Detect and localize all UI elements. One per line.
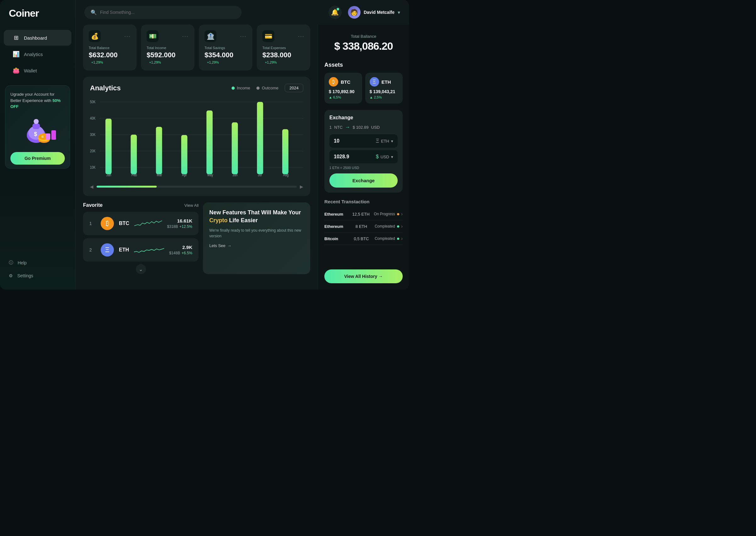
asset-btc-icon: ₿ (329, 77, 338, 86)
exchange-button[interactable]: Exchange (330, 173, 398, 187)
view-all-history-button[interactable]: View All History → (324, 269, 403, 283)
scrollbar-thumb (97, 186, 157, 187)
tx-status-3-label: Compleated (375, 236, 395, 241)
search-bar[interactable]: 🔍 (84, 6, 242, 19)
scroll-right-arrow[interactable]: ▶ (300, 184, 303, 189)
sidebar-item-label: Analytics (24, 51, 43, 57)
svg-text:Jun: Jun (233, 173, 237, 177)
favorites-title: Favorite (83, 202, 103, 208)
stat-card-savings: 🏦 ··· Total Savings $354.000 +1,29% (199, 24, 252, 71)
features-title: New Features That Will Make Your Crypto … (209, 209, 304, 224)
income-legend-label: Income (237, 85, 250, 90)
asset-card-btc: ₿ BTC $ 170,892.90 ▲ 6,5% (324, 73, 362, 104)
svg-rect-10 (51, 130, 56, 140)
chevron-down-icon-2: ▾ (391, 154, 393, 159)
scroll-left-arrow[interactable]: ◀ (90, 184, 93, 189)
recent-tx-section: Recent Transtaction Ethereum 12,5 ETH On… (324, 199, 403, 245)
promo-text: Ugrade your Account for Better Experienc… (10, 91, 65, 110)
savings-menu[interactable]: ··· (240, 33, 247, 40)
svg-text:50K: 50K (90, 100, 96, 104)
fav-rank-2: 2 (89, 248, 96, 252)
svg-rect-22 (106, 119, 112, 174)
asset-card-eth: Ξ ETH $ 139,043,21 ▲ 2,5% (365, 73, 403, 104)
income-icon: 💵 (146, 30, 159, 42)
income-label: Total Income (146, 46, 189, 50)
btc-change: +12.5% (179, 224, 192, 229)
svg-point-3 (34, 119, 39, 124)
expenses-icon: 💳 (262, 30, 274, 42)
exchange-input-row-2: 1028.9 $ USD ▾ (330, 150, 398, 163)
svg-text:B: B (42, 135, 44, 138)
expenses-value: $238.000 (262, 51, 291, 59)
favorites-and-features: Favorite View All 1 ₿ BTC (83, 202, 310, 274)
sidebar-nav: ⊞ Dashboard 📊 Analytics 👛 Wallet (0, 29, 75, 79)
eth-amount: 2.9K (169, 245, 193, 250)
app-logo: Coiner (0, 8, 75, 29)
tx-item-1: Ethereum 12,5 ETH On Progress › (324, 208, 403, 220)
load-more-button[interactable]: ⌄ (136, 264, 146, 274)
load-more: ⌄ (83, 264, 199, 274)
sidebar-item-settings[interactable]: ⚙ Settings (4, 269, 72, 282)
analytics-card: Analytics Income Outcome 2024 (83, 77, 310, 196)
svg-text:$: $ (34, 131, 37, 137)
tx-status-1-label: On Progress (374, 212, 395, 216)
btc-values: 16.61K $318B +12.5% (167, 218, 192, 229)
sidebar-item-label: Dashboard (24, 35, 47, 41)
sidebar: Coiner ⊞ Dashboard 📊 Analytics 👛 Wallet … (0, 0, 76, 289)
income-menu[interactable]: ··· (182, 33, 189, 40)
tx-coin-1: Ethereum (324, 212, 348, 217)
asset-eth-value: $ 139,043,21 (370, 89, 398, 94)
features-highlight: Crypto (209, 217, 228, 223)
svg-text:Feb: Feb (132, 173, 137, 177)
balance-icon: 💰 (89, 30, 101, 42)
scrollbar-track[interactable] (97, 186, 297, 187)
exchange-info: 1 ETH = 2500 USD (330, 166, 398, 170)
asset-cards: ₿ BTC $ 170,892.90 ▲ 6,5% Ξ ETH $ 139,04… (324, 73, 403, 104)
savings-change: +1,29% (207, 60, 219, 64)
balance-value: $632.000 (89, 51, 118, 59)
tx-item-3: Bitcoin 0,5 BTC Compleated › (324, 233, 403, 245)
asset-btc-value: $ 170,892.90 (329, 89, 358, 94)
income-value: $592.000 (146, 51, 175, 59)
notification-button[interactable]: 🔔 (329, 6, 342, 19)
exchange-currency-2-select[interactable]: $ USD ▾ (376, 154, 393, 159)
exchange-input-2-val: 1028.9 (334, 154, 349, 159)
view-all-history-label: View All History → (344, 274, 383, 279)
tx-arrow-3[interactable]: › (401, 236, 403, 241)
total-balance-label: Total Ballance (324, 34, 403, 39)
sidebar-item-help[interactable]: ⓘ Help (4, 256, 72, 269)
search-input[interactable] (100, 10, 235, 15)
analytics-icon: 📊 (13, 51, 19, 58)
stat-card-expenses: 💳 ··· Total Expenses $238.000 +1,29% (257, 24, 310, 71)
sidebar-item-dashboard[interactable]: ⊞ Dashboard (4, 30, 72, 46)
view-all-link[interactable]: View All (184, 203, 199, 208)
sidebar-item-label: Wallet (24, 68, 37, 73)
fav-item-eth: 2 Ξ ETH 2.9K $148B +6.5% (83, 238, 199, 261)
expenses-menu[interactable]: ··· (298, 33, 304, 40)
total-balance-section: Total Ballance $ 338,086.20 (324, 31, 403, 55)
eth-values: 2.9K $148B +6.5% (169, 245, 193, 255)
sidebar-item-wallet[interactable]: 👛 Wallet (4, 63, 72, 78)
outcome-legend-dot (256, 86, 260, 90)
svg-rect-24 (131, 135, 137, 174)
tx-arrow-2[interactable]: › (401, 223, 403, 229)
exchange-currency-1-select[interactable]: Ξ ETH ▾ (376, 138, 393, 144)
tx-arrow-1[interactable]: › (401, 211, 403, 217)
user-info[interactable]: 🧑 David Metcalfe ▾ (348, 6, 400, 18)
assets-section: Assets ₿ BTC $ 170,892.90 ▲ 6,5% Ξ ETH (324, 62, 403, 104)
arrow-right-icon: → (228, 243, 232, 248)
lets-see-link[interactable]: Lets See → (209, 243, 304, 248)
balance-menu[interactable]: ··· (124, 33, 131, 40)
exchange-title: Exchange (330, 115, 398, 120)
year-badge[interactable]: 2024 (285, 84, 303, 92)
tx-status-dot-1 (397, 213, 399, 215)
exchange-rate: 1 NTC → $ 102.89 USD (330, 124, 398, 130)
outcome-legend: Outcome (256, 85, 278, 90)
exchange-input-1-val: 10 (334, 138, 339, 144)
fav-item-btc: 1 ₿ BTC 16.61K $318B +12.5% (83, 212, 199, 235)
asset-coin-eth: Ξ ETH (370, 77, 398, 86)
svg-text:20K: 20K (90, 149, 96, 153)
sidebar-item-analytics[interactable]: 📊 Analytics (4, 46, 72, 62)
go-premium-button[interactable]: Go Premium (10, 152, 65, 165)
tx-coin-2: Ethereum (324, 224, 348, 229)
